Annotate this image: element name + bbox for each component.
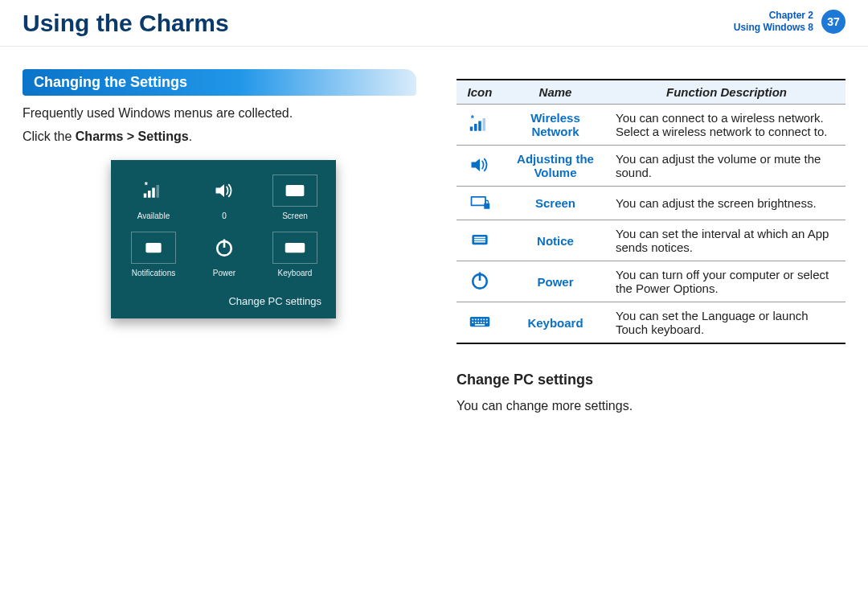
tile-screen-label: Screen	[282, 211, 308, 220]
row-desc: You can set the Language or launch Touch…	[608, 302, 845, 344]
row-name: Notice	[503, 220, 608, 261]
row-name: Screen	[503, 187, 608, 220]
chapter-line-2: Using Windows 8	[734, 22, 813, 34]
right-column: Icon Name Function Description Wireless …	[457, 69, 845, 420]
screen-icon	[272, 175, 317, 207]
power-icon	[202, 232, 247, 264]
chapter-info: Chapter 2 Using Windows 8	[734, 10, 813, 34]
wireless-icon	[131, 175, 176, 207]
volume-icon	[202, 175, 247, 207]
intro-paragraph-1: Frequently used Windows menus are collec…	[23, 104, 424, 122]
row-name: Keyboard	[503, 302, 608, 344]
tile-power[interactable]: Power	[193, 232, 256, 277]
wireless-icon	[469, 121, 491, 135]
subsection-text: You can change more settings.	[457, 396, 845, 415]
row-desc: You can connect to a wireless network. S…	[608, 105, 845, 146]
screen-lock-icon	[469, 199, 491, 213]
table-row: Power You can turn off your computer or …	[457, 261, 845, 302]
th-name: Name	[503, 80, 608, 105]
intro-p2-prefix: Click the	[23, 129, 76, 143]
tile-keyboard[interactable]: Keyboard	[264, 232, 326, 277]
power-icon	[469, 281, 491, 294]
row-name: Wireless Network	[503, 105, 608, 146]
row-desc: You can turn off your computer or select…	[608, 261, 845, 302]
chapter-line-1: Chapter 2	[734, 10, 813, 22]
tile-power-label: Power	[213, 269, 235, 277]
section-heading: Changing the Settings	[23, 69, 416, 96]
volume-icon	[469, 162, 491, 176]
tile-wireless[interactable]: Available	[122, 175, 185, 220]
subsection-heading: Change PC settings	[457, 372, 845, 388]
page-header: Using the Charms Chapter 2 Using Windows…	[0, 0, 868, 47]
notifications-icon	[131, 232, 176, 264]
tile-volume[interactable]: 0	[193, 175, 256, 220]
row-desc: You can adjust the volume or mute the so…	[608, 146, 845, 187]
table-row: Keyboard You can set the Language or lau…	[457, 302, 845, 344]
table-row: Wireless Network You can connect to a wi…	[457, 105, 845, 146]
th-icon: Icon	[457, 80, 503, 105]
intro-p2-bold: Charms > Settings	[76, 129, 189, 143]
change-pc-settings-link[interactable]: Change PC settings	[122, 295, 325, 307]
intro-paragraph-2: Click the Charms > Settings.	[23, 127, 424, 146]
tile-notifications[interactable]: Notifications	[122, 232, 185, 277]
left-column: Changing the Settings Frequently used Wi…	[23, 69, 424, 420]
table-row: Adjusting the Volume You can adjust the …	[457, 146, 845, 187]
intro-p2-suffix: .	[189, 129, 192, 143]
row-desc: You can adjust the screen brightness.	[608, 187, 845, 220]
tile-notifications-label: Notifications	[132, 269, 175, 277]
icon-function-table: Icon Name Function Description Wireless …	[457, 79, 845, 344]
keyboard-icon	[272, 232, 317, 264]
row-name: Adjusting the Volume	[503, 146, 608, 187]
row-desc: You can set the interval at which an App…	[608, 220, 845, 261]
th-desc: Function Description	[608, 80, 845, 105]
tile-screen[interactable]: Screen	[264, 175, 326, 220]
row-name: Power	[503, 261, 608, 302]
page-title: Using the Charms	[23, 10, 229, 37]
header-right: Chapter 2 Using Windows 8 37	[734, 10, 845, 34]
page-number-badge: 37	[821, 10, 845, 34]
tile-keyboard-label: Keyboard	[278, 269, 313, 277]
tile-wireless-label: Available	[137, 211, 170, 220]
table-row: Screen You can adjust the screen brightn…	[457, 187, 845, 220]
table-row: Notice You can set the interval at which…	[457, 220, 845, 261]
notice-icon	[469, 237, 491, 251]
charms-settings-panel: Available 0 Screen Notifications Power	[111, 160, 336, 318]
tile-volume-label: 0	[222, 211, 227, 220]
keyboard-icon	[469, 319, 491, 333]
